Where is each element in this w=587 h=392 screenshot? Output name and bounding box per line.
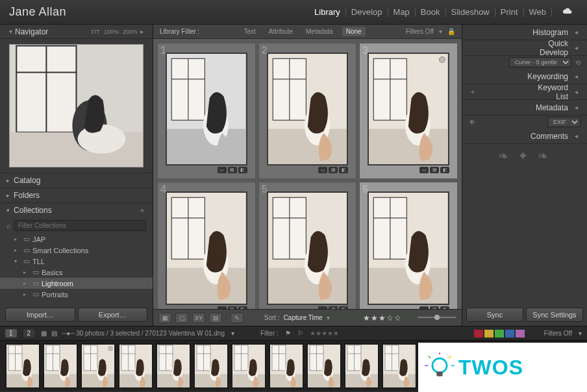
filmstrip-thumb[interactable]: [382, 343, 417, 389]
grid-cell-1[interactable]: 1 ▭ ▤ ◧: [157, 43, 256, 179]
rating-filter[interactable]: ★★★★★: [310, 330, 339, 337]
module-develop[interactable]: Develop: [346, 7, 388, 17]
thumbnail-image[interactable]: [166, 53, 247, 165]
badge-icon[interactable]: ◧: [238, 167, 247, 173]
metadata-header[interactable]: Metadata ◂: [462, 100, 587, 116]
badge-icon[interactable]: ▤: [430, 306, 439, 309]
status-filters-off[interactable]: Filters Off: [544, 330, 572, 337]
badge-icon[interactable]: ▤: [329, 167, 338, 173]
thumbnail-image[interactable]: [368, 53, 449, 165]
color-red[interactable]: [474, 330, 483, 337]
collection-lightroom[interactable]: ▸▭Lightroom: [0, 278, 153, 289]
flag-reject-icon[interactable]: ⚐: [297, 330, 303, 337]
lock-icon[interactable]: 🔒: [447, 28, 455, 35]
module-map[interactable]: Map: [388, 7, 416, 17]
cloud-sync-icon[interactable]: [556, 6, 578, 18]
import-button[interactable]: Import…: [5, 308, 75, 322]
filter-preset-chevron-icon[interactable]: ▾: [439, 28, 442, 35]
grid-view-button[interactable]: ▦: [158, 313, 171, 323]
module-slideshow[interactable]: Slideshow: [446, 7, 495, 17]
painter-tool-icon[interactable]: ✎: [231, 313, 244, 323]
quick-develop-header[interactable]: Quick Develop ◂: [462, 40, 587, 56]
filmstrip-thumb[interactable]: [344, 343, 379, 389]
filter-tab-attribute[interactable]: Attribute: [265, 28, 297, 35]
filmstrip-thumb[interactable]: [306, 343, 342, 389]
color-green[interactable]: [495, 330, 504, 337]
histogram-header[interactable]: Histogram ◂: [462, 25, 587, 40]
status-chevron-icon[interactable]: ▾: [231, 330, 234, 337]
module-web[interactable]: Web: [524, 7, 553, 17]
zoom-200[interactable]: 200%: [123, 29, 138, 35]
filmstrip-thumb[interactable]: [43, 343, 78, 389]
sort-value[interactable]: Capture Time: [284, 314, 323, 321]
sync-button[interactable]: Sync: [466, 308, 523, 322]
survey-view-button[interactable]: ▤: [209, 313, 222, 323]
badge-icon[interactable]: ◧: [440, 306, 449, 309]
filmstrip-thumb[interactable]: [231, 343, 266, 389]
source-page-2[interactable]: 2: [23, 329, 35, 337]
grid-cell-2[interactable]: 2 ▭ ▤ ◧: [258, 43, 357, 179]
grid-cell-3[interactable]: 3 ▭ ▤ ◧: [359, 43, 458, 179]
grid-small-icon[interactable]: ▦: [41, 330, 49, 337]
grid-cell-5[interactable]: 5 ▭ ▤ ◧: [258, 182, 357, 309]
badge-icon[interactable]: ▤: [228, 167, 237, 173]
folders-header[interactable]: ▸ Folders: [0, 188, 153, 202]
module-library[interactable]: Library: [309, 7, 346, 17]
add-collection-icon[interactable]: ＋: [138, 205, 146, 216]
catalog-header[interactable]: ▸ Catalog: [0, 173, 153, 188]
keyword-list-header[interactable]: ＋ Keyword List ◂: [462, 84, 587, 100]
collections-search-input[interactable]: [14, 220, 146, 231]
badge-icon[interactable]: ◧: [440, 167, 449, 173]
source-page-1[interactable]: 1: [5, 329, 17, 337]
loupe-view-button[interactable]: ▢: [175, 313, 188, 323]
color-blue[interactable]: [505, 330, 514, 337]
filter-tab-none[interactable]: None: [342, 27, 366, 36]
status-filter-chevron-icon[interactable]: ▾: [579, 330, 582, 337]
badge-icon[interactable]: ▤: [228, 306, 237, 309]
badge-icon[interactable]: ▤: [430, 167, 439, 173]
color-yellow[interactable]: [484, 330, 493, 337]
filmstrip-thumb[interactable]: [194, 343, 229, 389]
sync-settings-button[interactable]: Sync Settings: [526, 308, 583, 322]
grid-med-icon[interactable]: ▤: [51, 330, 59, 337]
collection-smart[interactable]: ▸▭Smart Collections: [0, 245, 153, 256]
collection-tll[interactable]: ▾▭TLL: [0, 256, 153, 267]
badge-icon[interactable]: ◧: [238, 306, 247, 309]
badge-icon[interactable]: ▭: [419, 306, 429, 309]
filmstrip-thumb[interactable]: [5, 343, 40, 389]
collection-portraits[interactable]: ▸▭Portraits: [0, 289, 153, 300]
metadata-preset-select[interactable]: EXIF: [547, 117, 581, 127]
flag-picked-icon[interactable]: ⚑: [285, 330, 291, 337]
zoom-100[interactable]: 100%: [104, 29, 119, 35]
badge-icon[interactable]: ▭: [419, 167, 429, 173]
badge-icon[interactable]: ▭: [318, 167, 327, 173]
filmstrip-thumb[interactable]: [156, 343, 191, 389]
collection-jap[interactable]: ▸▭JAP: [0, 234, 153, 245]
badge-icon[interactable]: ◧: [339, 167, 348, 173]
comments-header[interactable]: Comments ◂: [462, 129, 587, 144]
add-keyword-icon[interactable]: ＋: [469, 86, 477, 97]
rating-stars[interactable]: ★★★☆☆: [363, 313, 402, 323]
badge-icon[interactable]: ◧: [339, 306, 348, 309]
module-book[interactable]: Book: [416, 7, 446, 17]
grid-cell-4[interactable]: 4 ▭ ▤ ◧: [157, 182, 256, 309]
navigator-preview[interactable]: [9, 44, 144, 167]
color-label-filter[interactable]: [474, 330, 525, 337]
color-purple[interactable]: [516, 330, 525, 337]
filter-tab-metadata[interactable]: Metadata: [302, 28, 337, 35]
module-print[interactable]: Print: [495, 7, 524, 17]
filmstrip-thumb[interactable]: [118, 343, 153, 389]
sort-chevron-icon[interactable]: ▾: [327, 314, 330, 321]
thumbnail-image[interactable]: [267, 53, 349, 165]
eye-icon[interactable]: 👁: [469, 119, 475, 126]
grid-cell-6[interactable]: 6 ▭ ▤ ◧: [359, 182, 458, 309]
badge-icon[interactable]: ▭: [318, 306, 327, 309]
badge-icon[interactable]: ▭: [218, 167, 227, 173]
reset-icon[interactable]: ⟲: [575, 59, 581, 66]
thumbnail-image[interactable]: [166, 191, 247, 304]
keywording-header[interactable]: Keywording ◂: [462, 69, 587, 84]
collection-basics[interactable]: ▸▭Basics: [0, 267, 153, 278]
zoom-more-icon[interactable]: ▸: [140, 28, 144, 35]
zoom-fit[interactable]: FIT: [91, 29, 100, 35]
filmstrip-thumb[interactable]: [81, 343, 116, 389]
